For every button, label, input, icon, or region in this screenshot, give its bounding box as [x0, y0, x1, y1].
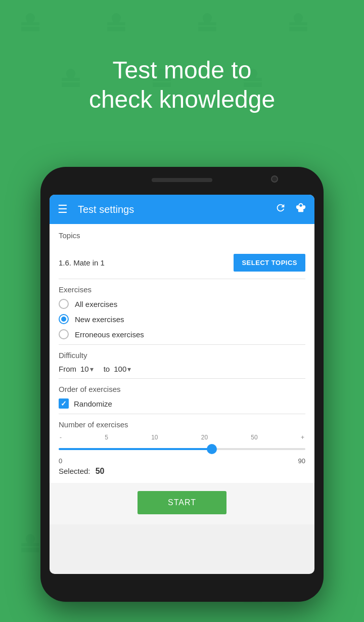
headline-line2: check knowledge — [20, 85, 344, 114]
refresh-icon[interactable] — [275, 202, 286, 216]
headline: Test mode to check knowledge — [0, 56, 364, 114]
randomize-checkbox: ✓ — [59, 398, 69, 409]
num-exercises-section: Number of exercises - 5 10 20 50 + 0 90 — [50, 414, 314, 483]
from-value: 10 — [80, 365, 89, 373]
from-label: From — [59, 365, 76, 373]
slider-fill — [59, 448, 212, 450]
app-bar: ☰ Test settings — [50, 195, 314, 224]
mark-plus: + — [301, 434, 304, 441]
phone-camera — [271, 175, 278, 183]
num-exercises-label: Number of exercises — [59, 420, 305, 429]
phone-screen: ☰ Test settings Topics — [50, 195, 314, 574]
order-label: Order of exercises — [59, 385, 305, 393]
topics-row: 1.6. Mate in 1 SELECT TOPICS — [50, 249, 314, 279]
to-dropdown[interactable]: 100 ▾ — [114, 365, 131, 373]
slider-thumb[interactable] — [207, 444, 217, 454]
to-label: to — [104, 365, 110, 373]
mark-5: 5 — [105, 434, 108, 441]
selected-count-row: Selected: 50 — [59, 467, 305, 476]
selected-label: Selected: — [59, 467, 90, 475]
to-value: 100 — [114, 365, 126, 373]
mark-10: 10 — [151, 434, 158, 441]
phone-speaker — [152, 178, 212, 182]
difficulty-row: From 10 ▾ to 100 ▾ — [59, 365, 305, 373]
radio-label-new: New exercises — [75, 315, 124, 324]
mark-20: 20 — [201, 434, 208, 441]
headline-line1: Test mode to — [20, 56, 344, 85]
exercises-radio-group: All exercises New exercises Erroneous ex… — [59, 299, 305, 339]
order-section: Order of exercises ✓ Randomize — [50, 379, 314, 414]
app-bar-title: Test settings — [78, 204, 265, 215]
selected-num: 50 — [96, 467, 105, 475]
difficulty-label: Difficulty — [59, 351, 305, 360]
randomize-label: Randomize — [74, 399, 112, 408]
exercises-label: Exercises — [59, 285, 305, 294]
randomize-checkbox-row[interactable]: ✓ Randomize — [59, 398, 305, 409]
to-dropdown-arrow: ▾ — [127, 365, 131, 373]
from-dropdown[interactable]: 10 ▾ — [80, 365, 94, 373]
topics-label: Topics — [59, 231, 305, 240]
radio-outer-erroneous — [59, 329, 69, 339]
radio-label-all: All exercises — [75, 300, 117, 308]
radio-outer-new — [59, 314, 69, 324]
selected-topic: 1.6. Mate in 1 — [59, 258, 105, 267]
start-section: START — [50, 483, 314, 524]
radio-label-erroneous: Erroneous exercises — [75, 330, 144, 339]
slider-container[interactable] — [59, 444, 305, 454]
checkmark-icon: ✓ — [61, 399, 67, 408]
radio-all-exercises[interactable]: All exercises — [59, 299, 305, 309]
radio-erroneous-exercises[interactable]: Erroneous exercises — [59, 329, 305, 339]
exercises-section: Exercises All exercises New exercises — [50, 279, 314, 344]
from-dropdown-arrow: ▾ — [90, 365, 94, 373]
radio-new-exercises[interactable]: New exercises — [59, 314, 305, 324]
app-bar-icons — [275, 202, 306, 216]
mark-50: 50 — [251, 434, 257, 441]
select-topics-button[interactable]: SELECT TOPICS — [234, 254, 305, 272]
radio-inner-new — [61, 317, 66, 322]
slider-marks: - 5 10 20 50 + — [59, 434, 305, 441]
slider-max: 90 — [298, 457, 305, 465]
difficulty-section: Difficulty From 10 ▾ to 100 ▾ — [50, 345, 314, 378]
radio-outer-all — [59, 299, 69, 309]
mark-minus: - — [60, 434, 62, 441]
slider-min: 0 — [59, 457, 62, 465]
screen-content: Topics 1.6. Mate in 1 SELECT TOPICS Exer… — [50, 224, 314, 483]
butterfly-icon[interactable] — [295, 202, 306, 216]
menu-icon[interactable]: ☰ — [58, 203, 68, 216]
phone-shell: ☰ Test settings Topics — [40, 167, 324, 602]
slider-range: 0 90 — [59, 457, 305, 465]
topics-section: Topics — [50, 224, 314, 249]
start-button[interactable]: START — [138, 491, 226, 514]
